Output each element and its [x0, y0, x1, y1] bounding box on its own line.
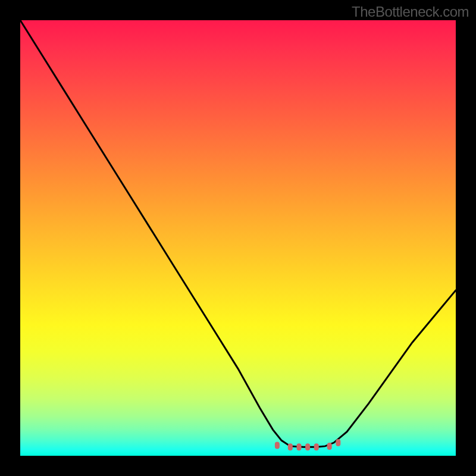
- optimal-marker: [275, 441, 280, 449]
- chart-plot-area: [20, 20, 456, 456]
- watermark-text: TheBottleneck.com: [352, 4, 469, 20]
- optimal-marker: [288, 443, 293, 450]
- chart-svg: [20, 20, 456, 456]
- optimal-marker: [314, 443, 319, 450]
- optimal-marker: [336, 439, 340, 446]
- optimal-marker: [305, 443, 310, 450]
- bottleneck-curve-line: [20, 20, 456, 447]
- optimal-range-dots: [275, 439, 340, 450]
- optimal-marker: [327, 443, 332, 450]
- optimal-marker: [296, 443, 301, 450]
